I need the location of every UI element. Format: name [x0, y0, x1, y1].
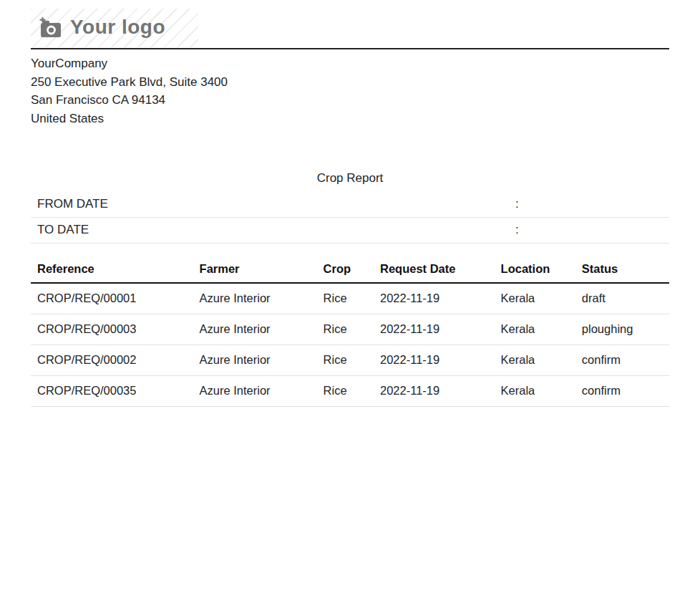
table-row: CROP/REQ/00001 Azure Interior Rice 2022-… — [31, 283, 669, 314]
table-row: CROP/REQ/00002 Azure Interior Rice 2022-… — [31, 345, 669, 376]
cell-farmer: Azure Interior — [193, 376, 317, 407]
cell-request-date: 2022-11-19 — [374, 376, 495, 407]
table-header: Reference Farmer Crop Request Date Locat… — [31, 256, 669, 283]
column-header-reference: Reference — [31, 256, 193, 283]
date-filter-table: FROM DATE : TO DATE : — [31, 192, 669, 244]
address-line-street: 250 Executive Park Blvd, Suite 3400 — [31, 73, 669, 92]
cell-status: confirm — [575, 376, 669, 407]
cell-crop: Rice — [317, 314, 374, 345]
column-header-status: Status — [575, 256, 669, 283]
filter-row-from-date: FROM DATE : — [31, 192, 669, 218]
cell-status: ploughing — [575, 314, 669, 345]
column-header-request-date: Request Date — [374, 256, 495, 283]
column-header-location: Location — [495, 256, 575, 283]
cell-location: Kerala — [495, 314, 575, 345]
cell-crop: Rice — [317, 283, 374, 314]
cell-reference: CROP/REQ/00001 — [31, 283, 193, 314]
table-row: CROP/REQ/00035 Azure Interior Rice 2022-… — [31, 376, 669, 407]
cell-reference: CROP/REQ/00003 — [31, 314, 193, 345]
cell-request-date: 2022-11-19 — [374, 314, 495, 345]
filter-row-to-date: TO DATE : — [31, 218, 669, 244]
cell-location: Kerala — [495, 283, 575, 314]
cell-location: Kerala — [495, 345, 575, 376]
company-logo: Your logo — [31, 9, 198, 47]
table-body: CROP/REQ/00001 Azure Interior Rice 2022-… — [31, 283, 669, 407]
cell-crop: Rice — [317, 345, 374, 376]
filter-label: TO DATE — [31, 218, 509, 244]
crop-request-table: Reference Farmer Crop Request Date Locat… — [31, 256, 669, 407]
address-line-city: San Francisco CA 94134 — [31, 91, 669, 110]
column-header-crop: Crop — [317, 256, 374, 283]
cell-farmer: Azure Interior — [193, 345, 317, 376]
filter-value — [599, 218, 669, 244]
table-row: CROP/REQ/00003 Azure Interior Rice 2022-… — [31, 314, 669, 345]
column-header-farmer: Farmer — [193, 256, 317, 283]
cell-farmer: Azure Interior — [193, 314, 317, 345]
cell-reference: CROP/REQ/00002 — [31, 345, 193, 376]
report-title: Crop Report — [31, 171, 669, 186]
cell-farmer: Azure Interior — [193, 283, 317, 314]
cell-status: draft — [575, 283, 669, 314]
company-name: YourCompany — [31, 54, 669, 73]
address-line-country: United States — [31, 110, 669, 128]
logo-placeholder-text: Your logo — [70, 16, 165, 39]
cell-reference: CROP/REQ/00035 — [31, 376, 193, 407]
header-divider — [31, 48, 669, 49]
cell-location: Kerala — [495, 376, 575, 407]
company-address: YourCompany 250 Executive Park Blvd, Sui… — [31, 54, 669, 127]
crop-report-page: Your logo YourCompany 250 Executive Park… — [0, 0, 700, 407]
filter-label: FROM DATE — [31, 192, 509, 218]
camera-plus-icon — [39, 17, 62, 38]
report-header: Your logo YourCompany 250 Executive Park… — [31, 9, 669, 127]
table-header-row: Reference Farmer Crop Request Date Locat… — [31, 256, 669, 283]
cell-request-date: 2022-11-19 — [374, 283, 495, 314]
cell-crop: Rice — [317, 376, 374, 407]
cell-request-date: 2022-11-19 — [374, 345, 495, 376]
filter-value — [599, 192, 669, 218]
filter-separator: : — [509, 218, 599, 244]
filter-separator: : — [509, 192, 599, 218]
cell-status: confirm — [575, 345, 669, 376]
